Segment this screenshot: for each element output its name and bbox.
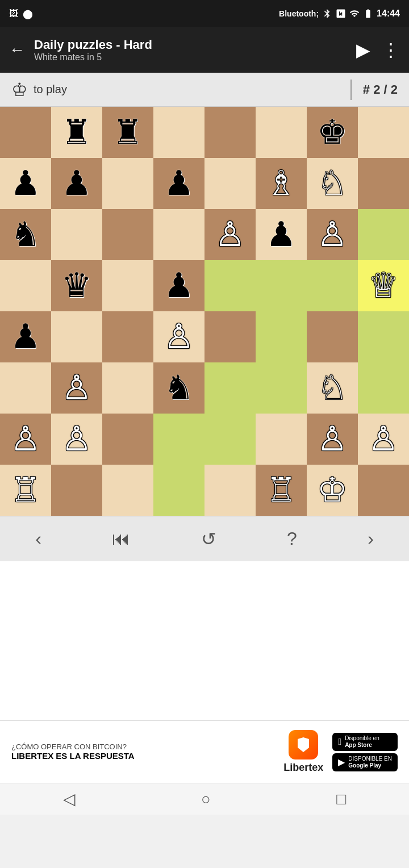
cell-r1-c1[interactable]: ♟ — [51, 158, 102, 209]
cell-r1-c0[interactable]: ♟ — [0, 158, 51, 209]
google-play-icon: ▶ — [338, 757, 345, 767]
cell-r7-c5[interactable]: ♖ — [256, 465, 307, 516]
cell-r5-c7[interactable] — [358, 362, 409, 414]
android-home-button[interactable]: ○ — [184, 786, 228, 813]
chess-piece: ♟ — [10, 166, 41, 201]
play-button[interactable]: ▶ — [356, 39, 370, 61]
cell-r7-c6[interactable]: ♔ — [307, 465, 358, 516]
android-back-button[interactable]: ◁ — [46, 785, 93, 813]
bluetooth-icon: Bluetooth; — [279, 9, 319, 18]
cell-r5-c4[interactable] — [204, 362, 256, 414]
chess-piece: ♖ — [10, 473, 41, 507]
cell-r6-c1[interactable]: ♙ — [51, 414, 102, 465]
cell-r4-c4[interactable] — [204, 311, 256, 362]
rewind-button[interactable]: ⏮ — [101, 523, 141, 555]
cell-r0-c2[interactable]: ♜ — [102, 107, 153, 158]
cell-r0-c4[interactable] — [204, 107, 256, 158]
libertex-logo-icon — [289, 730, 318, 760]
apple-icon:  — [338, 737, 341, 747]
cell-r7-c1[interactable] — [51, 465, 102, 516]
camera-icon: ⬤ — [23, 9, 33, 19]
cell-r6-c2[interactable] — [102, 414, 153, 465]
app-store-button[interactable]:  Disponible enApp Store — [332, 733, 398, 751]
back-button[interactable]: ← — [9, 41, 25, 59]
cell-r3-c6[interactable] — [307, 260, 358, 311]
cell-r7-c0[interactable]: ♖ — [0, 465, 51, 516]
cell-r6-c6[interactable]: ♙ — [307, 414, 358, 465]
cell-r5-c2[interactable] — [102, 362, 153, 414]
cell-r2-c6[interactable]: ♙ — [307, 209, 358, 260]
cell-r1-c6[interactable]: ♘ — [307, 158, 358, 209]
cell-r3-c7[interactable]: ♕ — [358, 260, 409, 311]
cell-r3-c1[interactable]: ♛ — [51, 260, 102, 311]
cell-r5-c5[interactable] — [256, 362, 307, 414]
cell-r0-c7[interactable] — [358, 107, 409, 158]
cell-r4-c3[interactable]: ♙ — [153, 311, 204, 362]
cell-r1-c5[interactable]: ♗ — [256, 158, 307, 209]
cell-r7-c7[interactable] — [358, 465, 409, 516]
cell-r2-c0[interactable]: ♞ — [0, 209, 51, 260]
ad-text: ¿CÓMO OPERAR CON BITCOIN? LIBERTEX ES LA… — [11, 742, 274, 761]
chess-board[interactable]: ♜♜♚♟♟♟♗♘♞♙♟♙♛♟♕♟♙♙♞♘♙♙♙♙♖♖♔ — [0, 107, 409, 516]
chess-piece: ♙ — [61, 422, 92, 456]
status-bar-right: Bluetooth; 14:44 — [279, 9, 400, 19]
cell-r4-c6[interactable] — [307, 311, 358, 362]
cell-r3-c3[interactable]: ♟ — [153, 260, 204, 311]
google-play-button[interactable]: ▶ DISPONIBLE ENGoogle Play — [332, 753, 398, 771]
cell-r3-c0[interactable] — [0, 260, 51, 311]
cell-r4-c0[interactable]: ♟ — [0, 311, 51, 362]
cell-r0-c3[interactable] — [153, 107, 204, 158]
sub-header-left: ♔ to play — [11, 79, 339, 101]
cell-r2-c3[interactable] — [153, 209, 204, 260]
cell-r4-c7[interactable] — [358, 311, 409, 362]
cell-r5-c0[interactable] — [0, 362, 51, 414]
cell-r1-c4[interactable] — [204, 158, 256, 209]
prev-button[interactable]: ‹ — [24, 523, 53, 555]
cell-r4-c5[interactable] — [256, 311, 307, 362]
cell-r2-c1[interactable] — [51, 209, 102, 260]
cell-r2-c4[interactable]: ♙ — [204, 209, 256, 260]
cell-r7-c3[interactable] — [153, 465, 204, 516]
cell-r3-c2[interactable] — [102, 260, 153, 311]
nav-bar: ‹ ⏮ ↺ ? › — [0, 516, 409, 561]
cell-r6-c7[interactable]: ♙ — [358, 414, 409, 465]
cell-r4-c2[interactable] — [102, 311, 153, 362]
next-button[interactable]: › — [356, 523, 385, 555]
cell-r1-c7[interactable] — [358, 158, 409, 209]
chess-piece: ♟ — [10, 320, 41, 354]
chess-piece: ♙ — [215, 218, 245, 252]
cell-r0-c6[interactable]: ♚ — [307, 107, 358, 158]
ad-store-buttons[interactable]:  Disponible enApp Store ▶ DISPONIBLE EN… — [332, 733, 398, 771]
hint-button[interactable]: ? — [276, 523, 308, 555]
puzzle-number: # 2 / 2 — [363, 82, 398, 97]
cell-r6-c0[interactable]: ♙ — [0, 414, 51, 465]
cell-r2-c2[interactable] — [102, 209, 153, 260]
nfc-icon — [336, 9, 346, 19]
cell-r2-c7[interactable] — [358, 209, 409, 260]
cell-r6-c3[interactable] — [153, 414, 204, 465]
cell-r4-c1[interactable] — [51, 311, 102, 362]
cell-r0-c5[interactable] — [256, 107, 307, 158]
battery-icon — [363, 9, 373, 19]
cell-r3-c4[interactable] — [204, 260, 256, 311]
cell-r5-c6[interactable]: ♘ — [307, 362, 358, 414]
cell-r5-c3[interactable]: ♞ — [153, 362, 204, 414]
cell-r1-c3[interactable]: ♟ — [153, 158, 204, 209]
cell-r3-c5[interactable] — [256, 260, 307, 311]
cell-r6-c4[interactable] — [204, 414, 256, 465]
cell-r5-c1[interactable]: ♙ — [51, 362, 102, 414]
cell-r6-c5[interactable] — [256, 414, 307, 465]
cell-r2-c5[interactable]: ♟ — [256, 209, 307, 260]
android-recent-button[interactable]: □ — [319, 786, 363, 813]
cell-r7-c4[interactable] — [204, 465, 256, 516]
cell-r7-c2[interactable] — [102, 465, 153, 516]
app-store-label: Disponible enApp Store — [345, 735, 379, 749]
cell-r0-c1[interactable]: ♜ — [51, 107, 102, 158]
chess-piece: ♛ — [61, 269, 92, 303]
undo-button[interactable]: ↺ — [190, 523, 228, 556]
ad-banner[interactable]: ¿CÓMO OPERAR CON BITCOIN? LIBERTEX ES LA… — [0, 720, 409, 783]
more-button[interactable]: ⋮ — [382, 39, 400, 61]
cell-r1-c2[interactable] — [102, 158, 153, 209]
app-bar: ← Daily puzzles - Hard White mates in 5 … — [0, 27, 409, 73]
cell-r0-c0[interactable] — [0, 107, 51, 158]
